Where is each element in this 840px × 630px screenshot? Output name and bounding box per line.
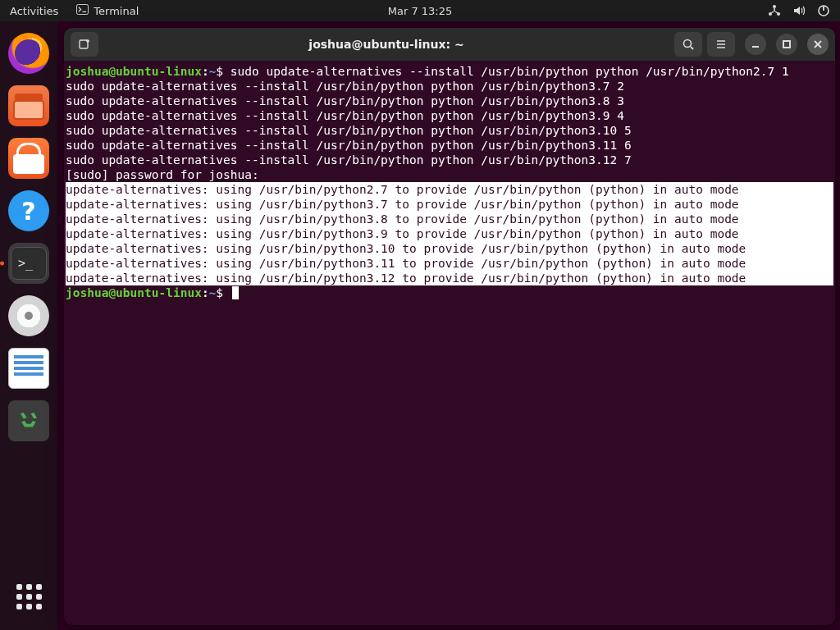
dock-text-editor[interactable] xyxy=(8,348,49,389)
search-icon xyxy=(682,38,695,51)
terminal-line-selected: update-alternatives: using /usr/bin/pyth… xyxy=(66,182,833,197)
terminal-line: sudo update-alternatives --install /usr/… xyxy=(66,108,833,123)
svg-rect-10 xyxy=(783,41,790,48)
cursor xyxy=(232,286,239,299)
terminal-line: joshua@ubuntu-linux:~$ sudo update-alter… xyxy=(66,64,833,79)
close-button[interactable] xyxy=(807,34,829,55)
system-status-area[interactable] xyxy=(768,4,840,17)
terminal-line: [sudo] password for joshua: xyxy=(66,167,833,182)
terminal-icon xyxy=(76,4,89,17)
terminal-output[interactable]: joshua@ubuntu-linux:~$ sudo update-alter… xyxy=(64,61,835,625)
dock-firefox[interactable] xyxy=(8,33,49,74)
new-tab-button[interactable] xyxy=(71,32,98,57)
svg-point-1 xyxy=(773,5,776,8)
terminal-icon xyxy=(11,247,47,280)
minimize-button[interactable] xyxy=(745,34,766,55)
app-menu-label: Terminal xyxy=(94,5,139,17)
terminal-line-selected: update-alternatives: using /usr/bin/pyth… xyxy=(66,241,833,256)
gnome-top-bar: Activities Terminal Mar 7 13:25 xyxy=(0,0,840,21)
maximize-icon xyxy=(782,39,792,49)
network-icon[interactable] xyxy=(768,4,781,17)
svg-line-8 xyxy=(691,47,693,49)
terminal-line-selected: update-alternatives: using /usr/bin/pyth… xyxy=(66,197,833,212)
power-icon[interactable] xyxy=(817,4,830,17)
terminal-prompt: joshua@ubuntu-linux:~$ xyxy=(66,285,833,300)
recycle-icon xyxy=(16,409,41,433)
terminal-line: sudo update-alternatives --install /usr/… xyxy=(66,79,833,94)
minimize-icon xyxy=(751,39,760,49)
terminal-line-selected: update-alternatives: using /usr/bin/pyth… xyxy=(66,271,833,285)
svg-rect-0 xyxy=(77,4,89,14)
dock-software[interactable] xyxy=(8,138,49,179)
terminal-line: sudo update-alternatives --install /usr/… xyxy=(66,138,833,153)
volume-icon[interactable] xyxy=(792,4,806,17)
terminal-line-selected: update-alternatives: using /usr/bin/pyth… xyxy=(66,256,833,271)
hamburger-icon xyxy=(714,38,728,51)
maximize-button[interactable] xyxy=(776,34,797,55)
terminal-window: joshua@ubuntu-linux: ~ joshua@ubuntu-lin… xyxy=(64,28,835,625)
clock[interactable]: Mar 7 13:25 xyxy=(388,5,453,17)
window-titlebar[interactable]: joshua@ubuntu-linux: ~ xyxy=(64,28,835,61)
dock-trash[interactable] xyxy=(8,400,49,441)
terminal-line: sudo update-alternatives --install /usr/… xyxy=(66,153,833,167)
app-menu[interactable]: Terminal xyxy=(68,4,147,17)
dock-help[interactable]: ? xyxy=(8,190,49,231)
terminal-line-selected: update-alternatives: using /usr/bin/pyth… xyxy=(66,226,833,241)
hamburger-menu-button[interactable] xyxy=(707,32,735,57)
dock-disk[interactable] xyxy=(8,295,49,336)
close-icon xyxy=(813,39,823,49)
dock: ? xyxy=(0,21,57,630)
terminal-line: sudo update-alternatives --install /usr/… xyxy=(66,94,833,108)
dock-terminal[interactable] xyxy=(8,243,49,284)
terminal-line-selected: update-alternatives: using /usr/bin/pyth… xyxy=(66,212,833,226)
window-title: joshua@ubuntu-linux: ~ xyxy=(103,38,669,51)
activities-button[interactable]: Activities xyxy=(0,5,68,17)
new-tab-icon xyxy=(78,38,91,51)
terminal-line: sudo update-alternatives --install /usr/… xyxy=(66,123,833,138)
svg-point-7 xyxy=(684,40,692,48)
show-applications-button[interactable] xyxy=(8,576,49,617)
dock-files[interactable] xyxy=(8,85,49,126)
search-button[interactable] xyxy=(674,32,702,57)
